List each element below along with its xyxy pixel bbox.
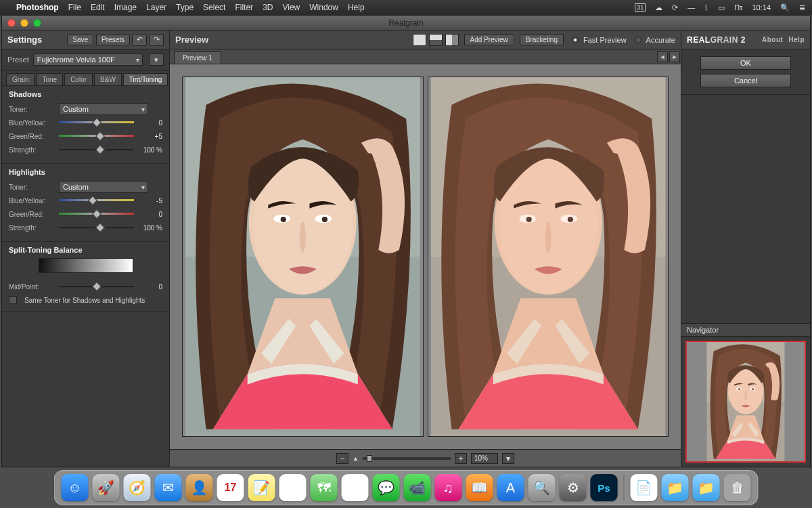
zoom-window-button[interactable] bbox=[33, 19, 41, 27]
tab-grain[interactable]: Grain bbox=[6, 73, 35, 85]
settings-panel: Settings Save Presets ↶ ↷ Preset Fujichr… bbox=[2, 30, 170, 467]
wifi-menuextra-icon[interactable]: ⧙ bbox=[704, 3, 708, 12]
dash-menuextra-icon[interactable]: — bbox=[687, 3, 695, 12]
menu-3d[interactable]: 3D bbox=[263, 3, 273, 12]
menu-window[interactable]: Window bbox=[309, 3, 338, 12]
dock-launchpad-icon[interactable]: 🚀 bbox=[93, 474, 120, 501]
dock-separator bbox=[624, 475, 625, 501]
add-preview-button[interactable]: Add Preview bbox=[464, 34, 514, 45]
dock-mail-icon[interactable]: ✉ bbox=[155, 474, 182, 501]
dock-messages-icon[interactable]: 💬 bbox=[373, 474, 400, 501]
dock-folder1-icon[interactable]: 📁 bbox=[662, 474, 689, 501]
menu-file[interactable]: File bbox=[68, 3, 81, 12]
preset-dropdown[interactable]: Fujichrome Velvla 100F bbox=[33, 54, 143, 66]
redo-icon[interactable]: ↷ bbox=[149, 34, 164, 46]
battery-menuextra-icon[interactable]: ▭ bbox=[718, 3, 725, 12]
dock-itunes-icon[interactable]: ♫ bbox=[435, 474, 462, 501]
split-mid-slider[interactable] bbox=[59, 282, 134, 291]
macos-dock: ☺🚀🧭✉👤17📝☑🗺✿💬📹♫📖A🔍⚙Ps📄📁📁🗑 bbox=[54, 470, 759, 505]
settings-tabs: Grain Tone Color B&W Tint/Toning bbox=[2, 70, 169, 86]
highlights-toner-dropdown[interactable]: Custom bbox=[59, 181, 148, 193]
minimize-window-button[interactable] bbox=[20, 19, 28, 27]
dock-appstore-icon[interactable]: A bbox=[497, 474, 524, 501]
menu-select[interactable]: Select bbox=[203, 3, 225, 12]
dock-trash-icon[interactable]: 🗑 bbox=[724, 474, 751, 501]
window-title: Realgrain bbox=[2, 18, 810, 28]
dock-ibooks-icon[interactable]: 📖 bbox=[466, 474, 493, 501]
shadows-gr-slider[interactable] bbox=[59, 131, 134, 141]
cancel-button[interactable]: Cancel bbox=[700, 74, 791, 87]
view-leftright-button[interactable] bbox=[445, 34, 459, 46]
zoom-out-button[interactable]: − bbox=[336, 453, 348, 464]
next-tab-icon[interactable]: ► bbox=[669, 51, 680, 62]
clock-day[interactable]: Πτ bbox=[734, 3, 742, 12]
highlights-str-slider[interactable] bbox=[59, 223, 134, 232]
sync-menuextra-icon[interactable]: ⟳ bbox=[672, 3, 678, 12]
menu-layer[interactable]: Layer bbox=[146, 3, 166, 12]
dock-folder2-icon[interactable]: 📁 bbox=[693, 474, 720, 501]
shadows-str-value: 100 % bbox=[138, 146, 162, 154]
undo-icon[interactable]: ↶ bbox=[132, 34, 147, 46]
view-topbottom-button[interactable] bbox=[429, 34, 443, 46]
shadows-toner-dropdown[interactable]: Custom bbox=[59, 103, 148, 115]
ok-button[interactable]: OK bbox=[700, 56, 791, 70]
menu-image[interactable]: Image bbox=[114, 3, 137, 12]
menu-view[interactable]: View bbox=[282, 3, 300, 12]
dock-photos-icon[interactable]: ✿ bbox=[342, 474, 369, 501]
accurate-radio[interactable] bbox=[635, 37, 641, 43]
preview-tab-1[interactable]: Preview 1 bbox=[174, 51, 221, 64]
dock-maps-icon[interactable]: 🗺 bbox=[311, 474, 338, 501]
spotlight-icon[interactable]: 🔍 bbox=[780, 3, 790, 12]
calendar-menuextra-icon[interactable]: 31 bbox=[635, 3, 646, 12]
about-link[interactable]: About bbox=[762, 36, 783, 43]
shadows-section: Shadows Toner: Custom Blue/Yellow: 0 Gre… bbox=[2, 86, 169, 164]
zoom-in-button[interactable]: + bbox=[455, 453, 467, 464]
dock-photoshop-icon[interactable]: Ps bbox=[591, 474, 618, 501]
preset-menu-icon[interactable]: ▾ bbox=[149, 54, 164, 66]
zoom-menu-icon[interactable]: ▾ bbox=[502, 453, 514, 464]
navigator-thumbnail[interactable] bbox=[685, 341, 806, 463]
close-window-button[interactable] bbox=[7, 19, 16, 27]
dock-calendar-icon[interactable]: 17 bbox=[217, 474, 244, 501]
dock-sysprefs-icon[interactable]: ⚙ bbox=[560, 474, 587, 501]
shadows-by-value: 0 bbox=[138, 119, 162, 127]
highlights-by-slider[interactable] bbox=[59, 196, 134, 205]
prev-tab-icon[interactable]: ◄ bbox=[657, 51, 668, 62]
bracketing-button[interactable]: Bracketing bbox=[520, 34, 564, 45]
dock-downloads-icon[interactable]: 📄 bbox=[631, 474, 658, 501]
presets-button[interactable]: Presets bbox=[96, 34, 130, 45]
tab-tint-toning[interactable]: Tint/Toning bbox=[123, 73, 168, 85]
clock-time[interactable]: 10:14 bbox=[752, 3, 771, 12]
macos-menubar: Photoshop File Edit Image Layer Type Sel… bbox=[0, 0, 812, 15]
menu-filter[interactable]: Filter bbox=[235, 3, 253, 12]
save-button[interactable]: Save bbox=[67, 34, 93, 45]
shadows-by-slider[interactable] bbox=[59, 118, 134, 127]
zoom-value[interactable]: 10% bbox=[471, 453, 498, 464]
dock-contacts-icon[interactable]: 👤 bbox=[186, 474, 213, 501]
dock-reminders-icon[interactable]: ☑ bbox=[279, 474, 307, 501]
dock-safari-icon[interactable]: 🧭 bbox=[124, 474, 151, 501]
tab-color[interactable]: Color bbox=[64, 73, 93, 85]
shadows-str-slider[interactable] bbox=[59, 145, 134, 154]
dock-facetime-icon[interactable]: 📹 bbox=[404, 474, 431, 501]
preview-canvas[interactable] bbox=[170, 64, 681, 449]
same-toner-checkbox[interactable] bbox=[9, 296, 17, 304]
dock-notes-icon[interactable]: 📝 bbox=[248, 474, 275, 501]
zoom-marker-icon: ▲ bbox=[353, 455, 359, 462]
notification-center-icon[interactable]: ≣ bbox=[799, 3, 805, 12]
menu-help[interactable]: Help bbox=[348, 3, 365, 12]
help-link[interactable]: Help bbox=[788, 36, 805, 43]
app-name[interactable]: Photoshop bbox=[16, 3, 59, 12]
dock-finder-icon[interactable]: ☺ bbox=[62, 474, 89, 501]
shadows-gr-label: Green/Red: bbox=[9, 133, 55, 140]
fast-preview-radio[interactable] bbox=[572, 37, 579, 43]
cloud-menuextra-icon[interactable]: ☁ bbox=[655, 3, 662, 12]
zoom-slider[interactable] bbox=[363, 457, 451, 460]
view-single-button[interactable] bbox=[413, 34, 426, 46]
tab-tone[interactable]: Tone bbox=[36, 73, 63, 85]
dock-preview-icon[interactable]: 🔍 bbox=[528, 474, 556, 501]
tab-bw[interactable]: B&W bbox=[94, 73, 122, 85]
menu-edit[interactable]: Edit bbox=[91, 3, 105, 12]
highlights-gr-slider[interactable] bbox=[59, 209, 134, 219]
menu-type[interactable]: Type bbox=[176, 3, 194, 12]
